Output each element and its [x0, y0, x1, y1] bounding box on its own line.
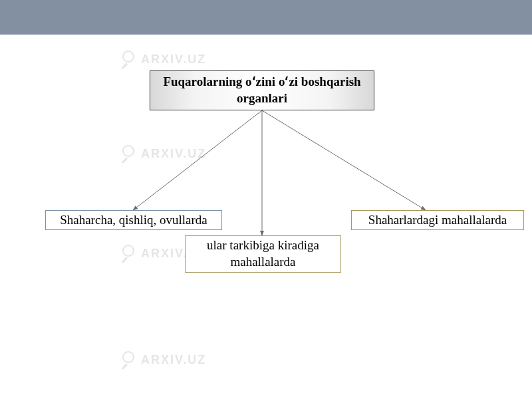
child-right-label: Shaharlardagi mahallalarda [368, 212, 507, 229]
connector-lines [0, 0, 532, 399]
diagram-container: Fuqarolarning oʻzini oʻzi boshqarish org… [0, 0, 532, 399]
svg-line-3 [262, 110, 426, 210]
child-center-label: ular tarkibiga kiradiga mahallalarda [190, 237, 336, 270]
diagram-root-node: Fuqarolarning oʻzini oʻzi boshqarish org… [150, 70, 374, 110]
root-title: Fuqarolarning oʻzini oʻzi boshqarish org… [156, 74, 368, 106]
diagram-child-left: Shaharcha, qishliq, ovullarda [45, 210, 222, 230]
svg-line-1 [133, 110, 262, 210]
diagram-child-center: ular tarkibiga kiradiga mahallalarda [185, 235, 341, 273]
child-left-label: Shaharcha, qishliq, ovullarda [60, 212, 207, 229]
diagram-child-right: Shaharlardagi mahallalarda [351, 210, 524, 230]
